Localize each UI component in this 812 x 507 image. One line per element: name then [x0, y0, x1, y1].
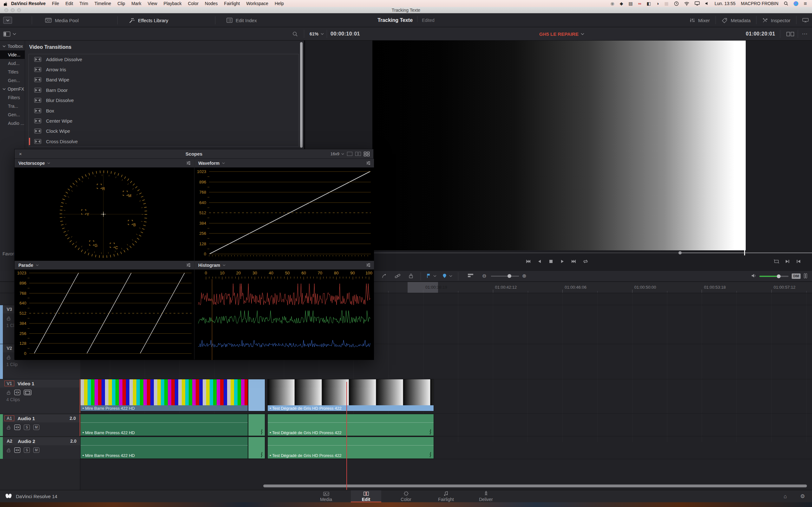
track-header-v1[interactable]: V1Video 1<>4 Clips	[0, 379, 80, 413]
menu-playback[interactable]: Playback	[160, 1, 185, 6]
scopes-layout-single-button[interactable]	[347, 152, 352, 156]
fx-sidebar-gen[interactable]: Gen...	[0, 76, 25, 84]
flag-button[interactable]	[426, 273, 431, 279]
trim-mode-tool[interactable]	[381, 273, 387, 279]
volume-icon[interactable]	[705, 2, 709, 5]
effects-library-button[interactable]: Effects Library	[129, 13, 168, 27]
first-frame-button[interactable]	[525, 259, 531, 264]
play-button[interactable]	[560, 259, 565, 264]
menu-clip[interactable]: Clip	[114, 1, 128, 6]
zoom-out-button[interactable]: ⊖	[482, 274, 486, 279]
audio-crossfade-segment[interactable]	[248, 437, 265, 459]
effect-item-blur-dissolve[interactable]: Blur Dissolve	[29, 95, 299, 106]
stop-button[interactable]	[548, 259, 554, 264]
wifi-icon[interactable]	[684, 2, 689, 6]
menubar-host[interactable]: MACPRO FROBIN	[741, 1, 778, 6]
menu-file[interactable]: File	[49, 1, 62, 6]
waveform-header[interactable]: Waveform	[194, 159, 374, 168]
scopes-layout-dual-button[interactable]	[355, 152, 361, 156]
timeline-select[interactable]: GH5 LE REPAIRE	[539, 27, 584, 41]
apple-menu-icon[interactable]	[4, 1, 8, 6]
vectorscope-settings-icon[interactable]	[186, 161, 191, 165]
meter-bars-icon[interactable]	[804, 273, 807, 279]
fx-sidebar-titles[interactable]: Titles	[0, 67, 25, 76]
parade-header[interactable]: Parade	[14, 261, 194, 270]
project-settings-gear-icon[interactable]: ⚙	[800, 493, 805, 500]
viewer-zoom-select[interactable]: 61%	[310, 27, 324, 41]
clip-mire-barre-audio1[interactable]: • Mire Barre Proress 422 HD	[80, 414, 248, 436]
timeline-horizontal-scrollbar[interactable]	[263, 485, 807, 487]
menu-fairlight[interactable]: Fairlight	[221, 1, 243, 6]
track-destination-v2[interactable]: V2	[4, 345, 14, 351]
play-reverse-button[interactable]	[537, 259, 542, 264]
track-header-a1[interactable]: A1Audio 12.0<>SM	[0, 414, 80, 436]
next-edit-icon[interactable]	[785, 259, 790, 264]
menu-color[interactable]: Color	[185, 1, 201, 6]
track-lock-icon[interactable]	[6, 390, 11, 395]
menu-workspace[interactable]: Workspace	[243, 1, 271, 6]
stack-icon[interactable]: ▤	[629, 1, 633, 6]
track-destination-v3[interactable]: V3	[4, 306, 14, 312]
page-media[interactable]: Media	[311, 490, 341, 503]
fx-sidebar-tra[interactable]: Tra...	[0, 102, 25, 110]
volume-slider-handle[interactable]	[777, 274, 780, 278]
flag-color-dropdown[interactable]	[433, 275, 437, 277]
marker-button[interactable]	[442, 273, 447, 279]
menu-nodes[interactable]: Nodes	[202, 1, 221, 6]
zoom-in-button[interactable]: ⊕	[522, 274, 526, 279]
scopes-layout-quad-button[interactable]	[364, 152, 369, 156]
viewer-dot-indicator[interactable]	[357, 27, 359, 41]
prompter-icon[interactable]: ◧	[647, 1, 651, 6]
page-deliver[interactable]: Deliver	[471, 490, 501, 503]
fx-sidebar-filters[interactable]: Filters	[0, 93, 25, 102]
home-icon[interactable]: ⌂	[783, 493, 786, 500]
match-frame-icon[interactable]	[774, 259, 779, 264]
mixer-button[interactable]: Mixer	[690, 13, 710, 27]
effect-item-band-wipe[interactable]: Band Wipe	[29, 75, 299, 85]
page-fairlight[interactable]: Fairlight	[431, 490, 461, 503]
effect-item-cross-dissolve[interactable]: Cross Dissolve	[29, 136, 299, 147]
dual-viewer-mode-icon[interactable]	[786, 27, 794, 41]
solo-button[interactable]: S	[24, 447, 30, 453]
track-lock-icon[interactable]	[6, 316, 11, 321]
effect-item-barn-door[interactable]: Barn Door	[29, 85, 299, 95]
effect-item-arrow-iris[interactable]: Arrow Iris	[29, 64, 299, 74]
auto-select-toggle[interactable]: <>	[14, 425, 20, 430]
waveform-settings-icon[interactable]	[366, 161, 371, 165]
clip-test-degrade-video[interactable]: • Test Dégradé de Gris HD Proress 422	[267, 379, 434, 411]
zoom-slider-handle[interactable]	[507, 274, 511, 278]
effect-item-clock-wipe[interactable]: Clock Wipe	[29, 126, 299, 136]
histogram-settings-icon[interactable]	[366, 263, 371, 267]
timeline-playhead[interactable]	[346, 382, 347, 490]
audio-crossfade-segment[interactable]	[248, 414, 265, 436]
audio-monitor-speaker-icon[interactable]	[751, 273, 757, 278]
monitor-volume-slider[interactable]	[759, 276, 779, 277]
effects-sidebar-toggle[interactable]	[3, 27, 16, 41]
inspector-button[interactable]: Inspector	[762, 13, 791, 27]
histogram-header[interactable]: Histogram	[194, 261, 374, 270]
time-machine-icon[interactable]	[674, 1, 679, 6]
auto-select-toggle[interactable]: <>	[14, 447, 20, 453]
mute-button[interactable]: M	[33, 447, 39, 453]
spotlight-icon[interactable]	[784, 1, 788, 6]
vectorscope-header[interactable]: Vectorscope	[14, 159, 194, 168]
timeline-view-options[interactable]	[467, 273, 473, 278]
loop-playback-button[interactable]	[583, 259, 589, 264]
menu-view[interactable]: View	[144, 1, 160, 6]
menu-davinci-resolve[interactable]: DaVinci Resolve	[8, 1, 49, 6]
track-lock-icon[interactable]	[6, 425, 11, 430]
parade-settings-icon[interactable]	[186, 263, 191, 267]
effect-item-center-wipe[interactable]: Center Wipe	[29, 116, 299, 126]
track-header-a2[interactable]: A2Audio 22.0<>SM	[0, 437, 80, 459]
viewer-clip-timecode[interactable]: 00:00:10:01	[331, 27, 360, 41]
viewer-options-menu-icon[interactable]: ⋯	[802, 27, 808, 41]
effect-item-box[interactable]: Box	[29, 106, 299, 116]
last-frame-button[interactable]	[571, 259, 576, 264]
parallels-icon[interactable]: ◑	[656, 1, 659, 6]
menu-mark[interactable]: Mark	[128, 1, 144, 6]
jog-playhead-marker[interactable]	[744, 250, 745, 256]
track-destination-a1[interactable]: A1	[4, 415, 14, 421]
menubar-clock[interactable]: Lun. 13:55	[715, 1, 735, 6]
fx-sidebar-vide[interactable]: Vide...	[0, 50, 25, 59]
track-lock-icon[interactable]	[6, 448, 11, 452]
